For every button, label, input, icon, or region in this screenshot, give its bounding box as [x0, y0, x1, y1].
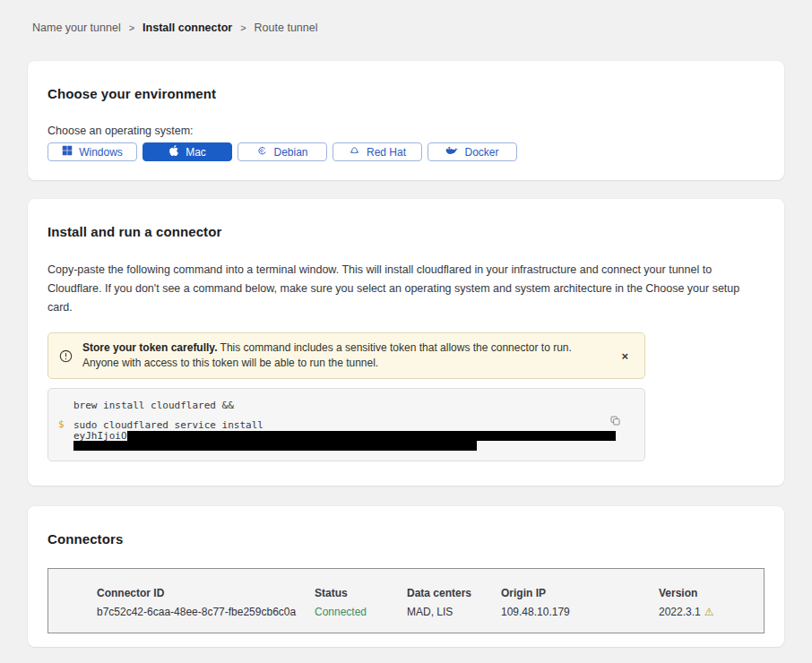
- os-button-label: Docker: [464, 146, 498, 159]
- status-badge: Connected: [315, 606, 407, 618]
- token-warning-title: Store your token carefully.: [82, 341, 218, 354]
- cell-version: 2022.3.1⚠: [659, 606, 755, 618]
- table-header-row: Connector ID Status Data centers Origin …: [97, 587, 755, 599]
- cell-origin-ip: 109.48.10.179: [501, 606, 659, 618]
- col-header-data-centers: Data centers: [407, 587, 501, 599]
- command-line-1: brew install cloudflared &&: [73, 400, 625, 411]
- choose-environment-card: Choose your environment Choose an operat…: [28, 61, 784, 180]
- token-prefix: eyJhIjoiO: [73, 430, 127, 442]
- col-header-origin-ip: Origin IP: [501, 587, 659, 599]
- install-connector-card: Install and run a connector Copy-paste t…: [28, 199, 784, 486]
- col-header-status: Status: [315, 587, 407, 599]
- breadcrumb-separator: >: [129, 22, 134, 33]
- card-title-connectors: Connectors: [48, 531, 764, 547]
- card-title-environment: Choose your environment: [48, 86, 764, 101]
- token-line: eyJhIjoiO: [73, 431, 625, 442]
- token-redaction-bar: [127, 431, 616, 441]
- breadcrumb-route-tunnel[interactable]: Route tunnel: [255, 22, 318, 34]
- card-title-install: Install and run a connector: [48, 224, 764, 239]
- cell-data-centers: MAD, LIS: [407, 606, 501, 618]
- alert-circle-icon: [59, 349, 73, 363]
- os-button-label: Debian: [273, 146, 307, 159]
- version-warning-icon: ⚠: [704, 606, 714, 618]
- os-button-docker[interactable]: Docker: [428, 142, 517, 161]
- os-select-label: Choose an operating system:: [48, 125, 764, 137]
- close-icon[interactable]: ×: [616, 350, 634, 362]
- os-button-label: Red Hat: [367, 146, 406, 159]
- install-command-block: brew install cloudflared && $ sudo cloud…: [48, 388, 645, 461]
- breadcrumb-install-connector[interactable]: Install connector: [143, 22, 232, 34]
- copy-icon[interactable]: [608, 413, 623, 431]
- breadcrumb-separator: >: [240, 22, 246, 33]
- breadcrumb-name-your-tunnel[interactable]: Name your tunnel: [32, 22, 121, 34]
- os-button-label: Mac: [186, 146, 206, 159]
- apple-icon: [168, 145, 179, 159]
- col-header-connector-id: Connector ID: [97, 587, 315, 599]
- connectors-table: Connector ID Status Data centers Origin …: [48, 568, 764, 633]
- connectors-card: Connectors Connector ID Status Data cent…: [28, 506, 784, 647]
- breadcrumb: Name your tunnel > Install connector > R…: [0, 0, 812, 34]
- install-description: Copy-paste the following command into a …: [48, 261, 764, 317]
- os-button-debian[interactable]: Debian: [238, 142, 327, 161]
- windows-icon: [62, 145, 73, 159]
- table-row: b7c52c42-6caa-48ee-8c77-fbe259cb6c0a Con…: [97, 606, 755, 618]
- cell-connector-id: b7c52c42-6caa-48ee-8c77-fbe259cb6c0a: [97, 606, 315, 618]
- os-button-row: Windows Mac Debian Red Hat Docker: [48, 142, 764, 161]
- command-line-2: sudo cloudflared service install: [73, 420, 625, 431]
- os-button-windows[interactable]: Windows: [48, 142, 137, 161]
- docker-icon: [445, 145, 458, 159]
- shell-prompt: $: [58, 418, 65, 430]
- os-button-redhat[interactable]: Red Hat: [333, 142, 422, 161]
- os-button-label: Windows: [79, 146, 123, 159]
- token-redaction-bar: [73, 441, 477, 451]
- token-warning-banner: Store your token carefully. This command…: [48, 332, 645, 379]
- debian-icon: [256, 145, 267, 159]
- col-header-version: Version: [659, 587, 755, 599]
- token-warning-text: Store your token carefully. This command…: [82, 340, 606, 371]
- os-button-mac[interactable]: Mac: [143, 142, 232, 161]
- redhat-icon: [349, 145, 360, 159]
